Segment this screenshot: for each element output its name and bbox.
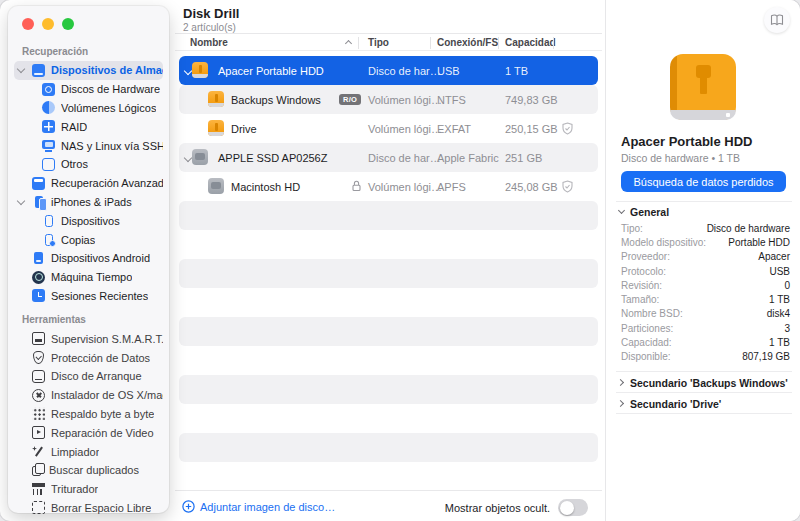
- sidebar-item-label: Borrar Espacio Libre: [51, 502, 151, 514]
- drive-type: Disco de har…: [368, 152, 441, 164]
- drive-type: Disco de har…: [368, 65, 441, 77]
- general-properties: Tipo:Disco de hardware Modelo dispositiv…: [621, 221, 790, 364]
- column-divider[interactable]: [553, 37, 554, 49]
- sidebar-item-cleaner[interactable]: Limpiador: [14, 442, 163, 461]
- app-title: Disk Drill: [183, 6, 239, 21]
- sidebar-item-ios-backups[interactable]: Copias: [14, 230, 163, 249]
- property-row: Nombre BSD:disk4: [621, 307, 790, 321]
- sidebar-item-recent-sessions[interactable]: Sesiones Recientes: [14, 287, 163, 306]
- secondary-backups-windows-section[interactable]: Secundario 'Backups Windows': [618, 377, 788, 389]
- sidebar-item-nas-linux-ssh[interactable]: NAS y Linux vía SSH: [14, 136, 163, 155]
- property-label: Revisión:: [621, 280, 662, 291]
- sidebar-item-iphones-ipads[interactable]: iPhones & iPads: [14, 193, 163, 212]
- column-divider[interactable]: [358, 37, 359, 49]
- close-window-button[interactable]: [22, 18, 34, 30]
- storage-devices-icon: [32, 64, 45, 77]
- byte-backup-icon: [32, 407, 45, 420]
- column-header-connection-fs[interactable]: Conexión/FS: [437, 37, 498, 48]
- general-section-label: General: [630, 206, 669, 218]
- chevron-down-icon[interactable]: [16, 197, 26, 207]
- sidebar-item-advanced-recovery[interactable]: Recuperación Avanzada d…: [14, 174, 163, 193]
- sidebar-item-data-protection[interactable]: Protección de Datos: [14, 348, 163, 367]
- section-label: Secundario 'Drive': [630, 398, 721, 410]
- drive-name: Drive: [231, 123, 257, 135]
- read-only-badge: R/O: [339, 94, 361, 106]
- sidebar-item-boot-disk[interactable]: Disco de Arranque: [14, 367, 163, 386]
- property-value: 1 TB: [769, 337, 790, 348]
- chevron-right-icon: [618, 379, 626, 387]
- drive-table: Apacer Portable HDD Disco de har… USB 1 …: [179, 56, 598, 462]
- advanced-recovery-icon: [32, 177, 45, 190]
- minimize-window-button[interactable]: [42, 18, 54, 30]
- help-book-button[interactable]: [764, 7, 790, 33]
- sidebar-item-hardware-disks[interactable]: Discos de Hardware: [14, 80, 163, 99]
- sidebar-item-video-repair[interactable]: Reparación de Video: [14, 423, 163, 442]
- recent-sessions-icon: [32, 289, 45, 302]
- drive-type: Volúmen lógi…: [368, 94, 442, 106]
- sidebar-item-storage-devices[interactable]: Dispositivos de Almacenaje: [14, 61, 163, 80]
- external-drive-orange-icon: [192, 62, 208, 78]
- table-row-apacer-hdd[interactable]: Apacer Portable HDD Disco de har… USB 1 …: [179, 56, 598, 85]
- search-lost-data-button[interactable]: Búsqueda de datos perdidos: [621, 171, 786, 192]
- column-divider[interactable]: [430, 37, 431, 49]
- column-divider[interactable]: [498, 37, 499, 49]
- sidebar-item-find-duplicates[interactable]: Buscar duplicados: [14, 461, 163, 480]
- sidebar-item-label: RAID: [61, 121, 87, 133]
- general-section-header[interactable]: General: [618, 206, 669, 218]
- table-row-macintosh-hd[interactable]: Macintosh HD Volúmen lógi… APFS 245,08 G…: [179, 172, 598, 201]
- sidebar-item-byte-backup[interactable]: Respaldo byte a byte: [14, 405, 163, 424]
- table-row-drive[interactable]: Drive Volúmen lógi… EXFAT 250,15 GB: [179, 114, 598, 143]
- sidebar-item-os-installer[interactable]: Instalador de OS X/macOS: [14, 386, 163, 405]
- smart-monitoring-icon: [32, 332, 45, 345]
- sidebar-item-label: Protección de Datos: [51, 352, 150, 364]
- sidebar-item-time-machine[interactable]: Máquina Tiempo: [14, 268, 163, 287]
- drive-capacity: 245,08 GB: [505, 181, 558, 193]
- sidebar-item-shredder[interactable]: Triturador: [14, 480, 163, 499]
- empty-table-row: [179, 433, 598, 462]
- sidebar: Recuperación Dispositivos de Almacenaje …: [8, 6, 169, 513]
- details-panel: Apacer Portable HDD Disco de hardware • …: [605, 0, 800, 521]
- book-icon: [770, 14, 784, 26]
- toggle-knob: [560, 501, 574, 515]
- disk-drill-window: Recuperación Dispositivos de Almacenaje …: [0, 0, 800, 521]
- usb-plug-glyph: [700, 76, 707, 94]
- column-header-capacity[interactable]: Capacidad: [505, 37, 556, 48]
- empty-table-row: [179, 230, 598, 259]
- drive-capacity: 749,83 GB: [505, 94, 558, 106]
- property-value: 1 TB: [769, 294, 790, 305]
- sidebar-item-label: Triturador: [51, 483, 98, 495]
- property-label: Nombre BSD:: [621, 308, 683, 319]
- attach-disk-image-link[interactable]: Adjuntar imagen de disco…: [182, 500, 335, 513]
- sidebar-item-smart-monitoring[interactable]: Supervision S.M.A.R.T.: [14, 329, 163, 348]
- sidebar-item-logical-volumes[interactable]: Volúmenes Lógicos: [14, 99, 163, 118]
- chevron-down-icon: [618, 208, 626, 216]
- property-row: Protocolo:USB: [621, 264, 790, 278]
- table-row-backups-windows[interactable]: Backups Windows R/O Volúmen lógi… NTFS 7…: [179, 85, 598, 114]
- sidebar-item-others[interactable]: Otros: [14, 155, 163, 174]
- chevron-right-icon: [618, 400, 626, 408]
- drive-name: Backups Windows: [231, 94, 321, 106]
- sidebar-item-android-devices[interactable]: Dispositivos Android: [14, 249, 163, 268]
- table-row-apple-ssd[interactable]: APPLE SSD AP0256Z Disco de har… Apple Fa…: [179, 143, 598, 172]
- chevron-down-icon[interactable]: [16, 65, 26, 75]
- property-value: disk4: [767, 308, 790, 319]
- empty-table-row: [179, 404, 598, 433]
- sidebar-item-erase-free-space[interactable]: Borrar Espacio Libre: [14, 499, 163, 518]
- column-header-type[interactable]: Tipo: [368, 37, 389, 48]
- table-footer: Adjuntar imagen de disco… Mostrar objeto…: [175, 490, 602, 521]
- shredder-icon: [32, 483, 45, 496]
- video-repair-icon: [32, 426, 45, 439]
- zoom-window-button[interactable]: [62, 18, 74, 30]
- sidebar-item-raid[interactable]: RAID: [14, 117, 163, 136]
- column-header-name[interactable]: Nombre: [190, 37, 228, 48]
- property-value: Portable HDD: [728, 237, 790, 248]
- sidebar-item-label: Discos de Hardware: [61, 83, 160, 95]
- sort-ascending-icon: [345, 40, 353, 46]
- secondary-drive-section[interactable]: Secundario 'Drive': [618, 398, 721, 410]
- property-label: Particiones:: [621, 323, 673, 334]
- show-hidden-toggle[interactable]: [558, 499, 588, 516]
- drive-type: Volúmen lógi…: [368, 123, 442, 135]
- divider: [616, 201, 792, 202]
- shield-icon: [33, 351, 44, 364]
- sidebar-item-ios-devices[interactable]: Dispositivos: [14, 211, 163, 230]
